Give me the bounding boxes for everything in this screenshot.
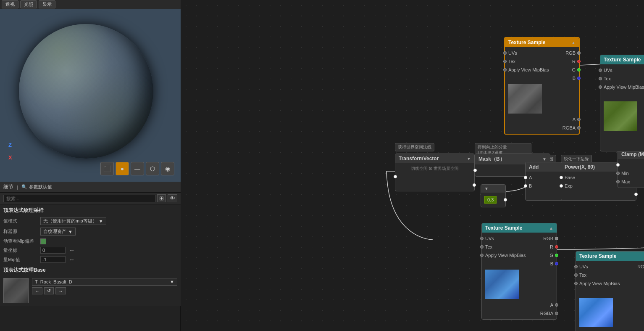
details-title: 细节 [3,183,13,191]
tex4-uvs-row: UVs RGB [576,262,644,271]
tex2-port-uvs[interactable] [599,69,602,72]
tex1-port-rgb[interactable] [577,51,581,55]
tex3-b-row: B [482,260,557,268]
add-label-a: A [529,175,532,180]
tex3-port-rgb[interactable] [555,237,558,240]
texture-select[interactable]: T_Rock_Basalt_D▼ [32,278,177,286]
tex2-uvs-row: UVs RGB [600,66,644,74]
coord-slider[interactable]: ↔ [69,247,75,254]
vp-btn-3[interactable]: — [131,162,144,175]
tex1-port-rgba[interactable] [577,126,581,130]
tex1-body: UVs RGB Tex R Apply View MipBias G B [505,47,579,134]
lighting-btn[interactable]: 光照 [20,0,37,8]
thumb-controls: ← ↺ → [32,287,177,294]
add-port-a[interactable] [524,176,527,179]
mip-check-box[interactable] [40,238,46,244]
node-editor[interactable]: 获得世界空间法线 得到向上的分量UE中是Z通道 扩大一下范围 锐化一下边缘 裁剪… [181,0,644,331]
tex2-node: Texture Sample ▲ UVs RGB Tex R Apply Vie… [600,55,644,151]
tex4-label-mip: Apply View MipBias [579,281,620,286]
tex4-port-tex[interactable] [574,273,578,277]
mip-mode-select[interactable]: 无（使用计算的mip等级） ▼ [40,217,106,225]
tex1-port-r[interactable] [577,60,581,63]
tex3-port-a[interactable] [555,303,558,307]
param-btn[interactable]: 🔍 参数默认值 [21,184,52,190]
tex3-port-tex[interactable] [480,245,484,249]
tex1-port-tex[interactable] [503,60,507,63]
mip-slider[interactable]: ↔ [69,256,75,263]
coord-input[interactable] [40,247,66,254]
details-panel: 细节 | 🔍 参数默认值 ⊞ 👁 顶表达式纹理采样 值模式 无（使用计算的mip… [0,182,181,306]
tex3-tex-row: Tex R [482,243,557,251]
tex4-port-uvs[interactable] [574,265,578,268]
tex3-port-r[interactable] [555,245,558,249]
tex1-port-b[interactable] [577,77,581,80]
tex3-mip-row: Apply View MipBias G [482,251,557,260]
tex1-uvs-row: UVs RGB [505,49,579,57]
tex3-label-rgb: RGB [494,236,553,241]
thumb-ctrl-refresh[interactable]: ↺ [44,287,54,294]
tex3-port-uvs[interactable] [480,237,484,240]
const-port-out[interactable] [504,198,507,201]
tex3-uvs-row: UVs RGB [482,234,557,243]
perspective-btn[interactable]: 透视 [2,0,18,8]
tex4-b-row: B [576,288,644,296]
tex3-label-uvs: UVs [485,236,494,241]
tex3-collapse[interactable]: ▲ [549,226,553,230]
details-header: 细节 | 🔍 参数默认值 [0,182,181,193]
tex2-port-mip[interactable] [599,85,602,89]
transform-port-left[interactable] [394,175,397,178]
thumb-ctrl-right[interactable]: → [55,287,66,294]
mask-collapse[interactable]: ▼ [542,157,547,162]
tex2-body: UVs RGB Tex R Apply View MipBias G B [600,64,644,151]
power-port-out[interactable] [634,193,638,196]
power-port-exp[interactable] [560,184,563,188]
vp-btn-5[interactable]: ◉ [161,162,174,175]
x-axis: X [8,154,12,161]
tex1-port-g[interactable] [577,68,581,71]
tex3-port-rgba[interactable] [555,312,558,315]
add-port-b[interactable] [524,184,527,188]
search-input[interactable] [3,195,155,202]
tex1-label-b: B [508,76,576,81]
tex1-port-a[interactable] [577,118,581,121]
top-toolbar: 透视 光照 显示 [0,0,181,9]
filter-btn[interactable]: 👁 [168,194,177,202]
tex3-port-b[interactable] [555,262,558,265]
tex4-title: Texture Sample [579,253,616,259]
tex4-tex-row: Tex R [576,271,644,279]
thumb-ctrl-left[interactable]: ← [32,287,42,294]
tex1-port-mip[interactable] [503,68,507,71]
z-axis: Z [8,142,12,148]
clamp-body: Min Max [618,159,644,188]
tex3-port-g[interactable] [555,254,558,257]
tex1-port-uvs[interactable] [503,51,507,55]
power-port-base[interactable] [560,176,563,179]
tex1-label-r: R [515,59,576,64]
tex3-port-mip[interactable] [480,254,484,257]
transform-collapse[interactable]: ▼ [467,156,471,161]
transform-port-right[interactable] [473,183,476,187]
tex1-node: Texture Sample ▲ UVs RGB Tex R Apply Vie… [504,37,580,135]
clamp-port-min[interactable] [616,172,620,175]
tex2-port-tex[interactable] [599,77,602,80]
vp-btn-1[interactable]: ⬛ [100,162,114,175]
transform-title: TransformVector [399,156,439,162]
tex1-collapse[interactable]: ▲ [571,40,576,45]
vp-btn-4[interactable]: ⬡ [146,162,159,175]
clamp-port-in[interactable] [616,163,620,167]
texture-thumb[interactable] [3,278,29,303]
tex4-port-mip[interactable] [574,282,578,285]
search-bar: ⊞ 👁 [0,193,181,204]
const-collapse[interactable]: ▼ [484,186,489,191]
clamp-port-max[interactable] [616,180,620,183]
sampler-select[interactable]: 自纹理资产 ▼ [40,228,76,236]
viewport-3d[interactable]: Z X ⬛ ● — ⬡ ◉ [0,9,181,182]
grid-view-btn[interactable]: ⊞ [157,194,166,202]
show-btn[interactable]: 显示 [39,0,55,8]
tex1-rgba-row: RGBA [505,124,579,132]
mask-title: Mask（B） [478,156,505,163]
mip-val-row: 量Mip值 ↔ [0,255,181,264]
vp-btn-2[interactable]: ● [116,162,129,175]
mip-val-input[interactable] [40,256,66,263]
mask-port-in[interactable] [473,169,477,172]
